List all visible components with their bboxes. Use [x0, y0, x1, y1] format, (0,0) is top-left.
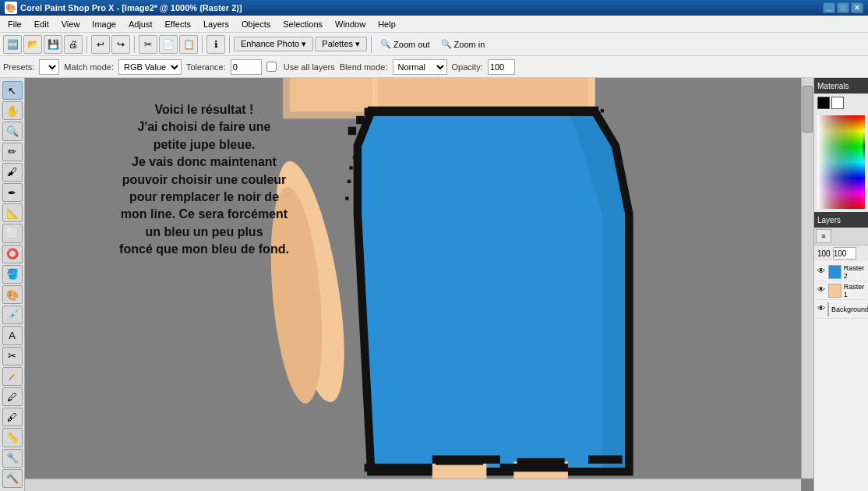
save-button[interactable]: 💾	[44, 35, 62, 54]
tool-color-replace[interactable]: 🎨	[2, 285, 23, 304]
tool-brush[interactable]: 🖌	[2, 163, 23, 182]
tool-eyedropper[interactable]: 💉	[2, 306, 23, 324]
layer-item-raster1[interactable]: 👁 Raster 1	[816, 281, 866, 300]
zoom-out-label: Zoom out	[393, 40, 429, 49]
menu-view[interactable]: View	[55, 16, 86, 32]
tolerance-input[interactable]	[231, 59, 262, 75]
svg-rect-27	[588, 455, 623, 463]
copy-button[interactable]: 📄	[159, 35, 178, 54]
layers-menu-btn[interactable]: ≡	[816, 229, 831, 243]
cut-button[interactable]: ✂	[139, 35, 157, 54]
menu-selections[interactable]: Selections	[277, 16, 329, 32]
scrollbar-horizontal[interactable]	[25, 479, 801, 491]
tool-pen[interactable]: ✒	[2, 183, 23, 202]
separator1	[86, 36, 87, 53]
enhance-photo-button[interactable]: Enhance Photo ▾	[234, 37, 313, 51]
opacity-field[interactable]	[833, 247, 856, 260]
minimize-button[interactable]: _	[823, 2, 835, 13]
bg-color-swatch[interactable]	[831, 97, 844, 109]
tool-ellipse[interactable]: ⭕	[2, 245, 23, 263]
tool-smudge[interactable]: 🔨	[2, 469, 23, 488]
menu-help[interactable]: Help	[372, 16, 402, 32]
zoom-in-button[interactable]: 🔍 Zoom in	[436, 37, 490, 51]
svg-rect-7	[356, 149, 359, 152]
opacity-row: 100	[814, 246, 868, 261]
tolerance-label: Tolerance:	[186, 62, 226, 72]
tool-fill[interactable]: 🪣	[2, 265, 23, 284]
use-all-layers-label: Use all layers	[284, 62, 335, 72]
svg-rect-22	[356, 116, 364, 124]
window-controls: _ □ ✕	[823, 2, 863, 13]
image-canvas	[25, 78, 801, 479]
print-button[interactable]: 🖨	[64, 35, 83, 54]
layers-toolbar: ≡	[814, 228, 868, 246]
presets-select[interactable]	[39, 59, 59, 75]
svg-rect-11	[345, 196, 348, 200]
svg-rect-16	[601, 109, 604, 112]
main-layout: ↖ ✋ 🔍 ✏ 🖌 ✒ 📐 ⬜ ⭕ 🪣 🎨 💉 A ✂ 🪄 🖊 🖋 📏 🔧 🔨	[0, 78, 868, 491]
canvas-content[interactable]: Voici le résultat !J'ai choisi de faire …	[25, 78, 801, 479]
maximize-button[interactable]: □	[837, 2, 849, 13]
materials-label: Materials	[817, 82, 849, 90]
title-text: Corel Paint Shop Pro X - [Image2* @ 1000…	[20, 3, 823, 12]
layer-eye-icon[interactable]: 👁	[817, 304, 825, 315]
menu-objects[interactable]: Objects	[235, 16, 277, 32]
layer-eye-icon[interactable]: 👁	[817, 285, 826, 296]
new-button[interactable]: 🆕	[3, 35, 22, 54]
layer-thumbnail	[827, 302, 829, 316]
layer-item-raster2[interactable]: 👁 Raster 2	[816, 263, 866, 281]
skin-top	[365, 78, 604, 116]
blue-clothing	[345, 112, 629, 472]
tool-zoom[interactable]: 🔍	[2, 122, 23, 140]
zoom-out-icon: 🔍	[380, 39, 391, 49]
tool-text[interactable]: A	[2, 326, 23, 344]
tool-arrow[interactable]: ↖	[2, 81, 23, 100]
menu-file[interactable]: File	[2, 16, 28, 32]
layer-thumbnail	[828, 284, 841, 298]
menu-adjust[interactable]: Adjust	[122, 16, 159, 32]
layer-thumbnail	[828, 265, 841, 279]
app-icon: 🎨	[5, 2, 17, 14]
tool-hand[interactable]: ✋	[2, 101, 23, 120]
info-button[interactable]: ℹ	[206, 35, 225, 54]
scrollbar-thumb-vertical[interactable]	[803, 86, 813, 132]
menu-image[interactable]: Image	[86, 16, 122, 32]
menu-window[interactable]: Window	[329, 16, 372, 32]
menubar: File Edit View Image Adjust Effects Laye…	[0, 16, 868, 33]
layer-item-background[interactable]: 👁 Background	[816, 300, 866, 319]
tool-crop[interactable]: ✂	[2, 347, 23, 366]
match-mode-select[interactable]: RGB Value	[118, 59, 182, 75]
palettes-label: Palettes ▾	[322, 39, 360, 49]
tool-magic-wand[interactable]: 🪄	[2, 367, 23, 386]
use-all-layers-checkbox[interactable]	[266, 62, 277, 72]
tool-rect[interactable]: ⬜	[2, 224, 23, 242]
palettes-button[interactable]: Palettes ▾	[315, 37, 367, 51]
paste-button[interactable]: 📋	[179, 35, 198, 54]
scrollbar-vertical[interactable]	[801, 78, 813, 479]
layer-eye-icon[interactable]: 👁	[817, 267, 826, 277]
tool-clone[interactable]: 🖊	[2, 387, 23, 406]
color-picker-gradient	[817, 115, 863, 209]
layers-panel-header: Layers	[814, 212, 868, 228]
menu-effects[interactable]: Effects	[159, 16, 197, 32]
canvas-area[interactable]: Voici le résultat !J'ai choisi de faire …	[25, 78, 813, 491]
tool-scratch[interactable]: 🖋	[2, 408, 23, 426]
menu-edit[interactable]: Edit	[28, 16, 55, 32]
tool-warp[interactable]: 🔧	[2, 449, 23, 468]
redo-button[interactable]: ↪	[111, 35, 130, 54]
opacity-input[interactable]	[488, 59, 515, 75]
close-button[interactable]: ✕	[851, 2, 863, 13]
tool-shape[interactable]: 📐	[2, 203, 23, 222]
right-panel: Materials	[813, 78, 868, 491]
tool-paint[interactable]: ✏	[2, 143, 23, 161]
match-mode-label: Match mode:	[64, 62, 114, 72]
blend-mode-select[interactable]: Normal	[393, 59, 447, 75]
menu-layers[interactable]: Layers	[197, 16, 235, 32]
undo-button[interactable]: ↩	[91, 35, 110, 54]
color-gradient[interactable]	[817, 115, 865, 209]
blend-mode-label: Blend mode:	[340, 62, 388, 72]
tool-straighten[interactable]: 📏	[2, 428, 23, 447]
fg-color-swatch[interactable]	[817, 97, 830, 109]
open-button[interactable]: 📂	[23, 35, 42, 54]
zoom-out-button[interactable]: 🔍 Zoom out	[376, 37, 434, 51]
